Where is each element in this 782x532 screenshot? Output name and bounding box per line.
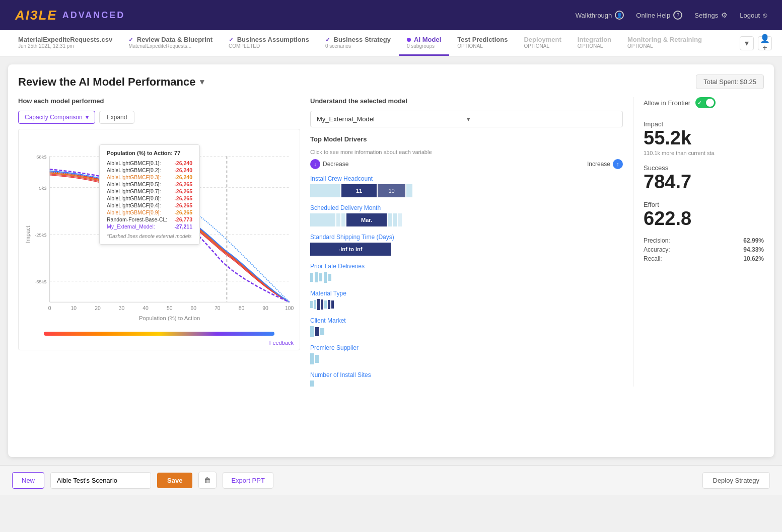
driver-name-install-crew[interactable]: Install Crew Headcount: [310, 175, 623, 182]
tab-bar: MaterialExpediteRequests.csv Jun 25th 20…: [0, 30, 782, 56]
new-button[interactable]: New: [12, 472, 44, 489]
tab-integration[interactable]: Integration OPTIONAL: [570, 30, 619, 56]
main-content: Review the AI Model Performance ▾ Total …: [8, 64, 774, 457]
metric-impact: Impact 55.2k 110.1k more than current st…: [644, 120, 764, 156]
model-selector-dropdown[interactable]: My_External_Model ▾: [310, 111, 623, 127]
svg-text:50: 50: [167, 306, 173, 311]
svg-text:30: 30: [119, 306, 125, 311]
metrics-panel: Allow in Frontier ✓ Impact 55.2k 110.1k …: [633, 97, 764, 387]
tab-file-label: MaterialExpediteRequests.csv: [18, 36, 112, 43]
chart-panel: How each model performed Capacity Compar…: [18, 97, 300, 387]
feedback-link[interactable]: Feedback: [269, 340, 294, 346]
settings-nav-item[interactable]: Settings ⚙: [694, 11, 728, 19]
tab-more-button[interactable]: ▾: [740, 36, 754, 50]
tooltip-row-9: Random-Forest-Base-CL: -26,773: [107, 216, 192, 222]
svg-text:-55k$: -55k$: [35, 279, 47, 284]
section-collapse-icon[interactable]: ▾: [200, 77, 204, 87]
metric-effort: Effort 622.8: [644, 201, 764, 230]
toggle-knob: [706, 99, 714, 107]
tooltip-row-8: AibleLightGBMCF[0.9]: -26,265: [107, 209, 192, 215]
decrease-label: ↓ Decrease: [310, 159, 348, 169]
accuracy-value: 94.33%: [743, 246, 764, 253]
driver-item-shipping-time: Standard Shipping Time (Days) -inf to in…: [310, 234, 623, 256]
tooltip-row-2: AibleLightGBMCF[0.2]: -26,240: [107, 167, 192, 173]
driver-item-install-sites: Number of Install Sites: [310, 371, 623, 387]
section-title: Review the AI Model Performance ▾: [18, 75, 204, 89]
tab-business-strategy[interactable]: ✓ Business Strategy 0 scenarios: [317, 30, 399, 56]
drivers-header: ↓ Decrease Increase ↑: [310, 159, 623, 169]
chart-tooltip: Population (%) to Action: 77 AibleLightG…: [99, 144, 200, 245]
driver-name-material-type[interactable]: Material Type: [310, 290, 623, 297]
driver-name-late-deliveries[interactable]: Prior Late Deliveries: [310, 263, 623, 270]
tab-business-assumptions[interactable]: ✓ Business Assumptions COMPLETED: [221, 30, 317, 56]
tooltip-row-4: AibleLightGBMCF[0.5]: -26,265: [107, 181, 192, 187]
effort-label: Effort: [644, 201, 764, 208]
driver-item-late-deliveries: Prior Late Deliveries: [310, 263, 623, 283]
save-button[interactable]: Save: [157, 473, 192, 488]
chart-dropdown-button[interactable]: Capacity Comparison ▾: [18, 111, 95, 124]
tab-review-data[interactable]: ✓ Review Data & Blueprint MaterialExpedi…: [120, 30, 221, 56]
tab-monitoring-label: Monitoring & Retraining: [627, 36, 702, 43]
increase-icon: ↑: [613, 159, 623, 169]
chart-expand-button[interactable]: Expand: [99, 111, 135, 124]
metric-recall: Recall: 10.62%: [644, 255, 764, 262]
driver-name-delivery-month[interactable]: Scheduled Delivery Month: [310, 204, 623, 211]
help-icon: ?: [673, 11, 682, 20]
recall-label: Recall:: [644, 255, 662, 262]
tooltip-row-7: AibleLightGBMCF[0.4]: -26,265: [107, 202, 192, 208]
success-label: Success: [644, 164, 764, 172]
tab-review-sub: MaterialExpediteRequests...: [128, 43, 212, 49]
section-header: Review the AI Model Performance ▾ Total …: [18, 74, 764, 89]
header: AI3LE ADVANCED Walkthrough 👤 Online Help…: [0, 0, 782, 30]
scenario-name-input[interactable]: [50, 472, 151, 489]
svg-text:-25k$: -25k$: [35, 233, 47, 238]
tab-test-sub: OPTIONAL: [457, 43, 508, 49]
svg-text:10: 10: [71, 306, 77, 311]
allow-frontier-toggle[interactable]: ✓: [695, 97, 716, 108]
svg-text:0: 0: [48, 306, 51, 311]
tab-strategy-label: ✓ Business Strategy: [325, 36, 391, 43]
tab-strategy-sub: 0 scenarios: [325, 43, 391, 49]
svg-text:Impact: Impact: [25, 225, 31, 243]
tooltip-row-5: AibleLightGBMCF[0.7]: -26,265: [107, 188, 192, 194]
metric-success: Success 784.7: [644, 164, 764, 193]
delete-button[interactable]: 🗑: [198, 472, 217, 489]
driver-name-shipping-time[interactable]: Standard Shipping Time (Days): [310, 234, 623, 241]
tab-test-predictions[interactable]: Test Predictions OPTIONAL: [449, 30, 516, 56]
export-ppt-button[interactable]: Export PPT: [223, 472, 273, 489]
tab-deployment[interactable]: Deployment OPTIONAL: [516, 30, 569, 56]
drivers-sub: Click to see more information about each…: [310, 149, 623, 155]
walkthrough-nav-item[interactable]: Walkthrough 👤: [576, 11, 624, 20]
content-grid: How each model performed Capacity Compar…: [18, 97, 764, 387]
tab-ai-model[interactable]: AI Model 0 subgroups: [399, 30, 449, 56]
online-help-nav-item[interactable]: Online Help ?: [636, 11, 682, 20]
tooltip-row-3: AibleLightGBMCF[0.3]: -26,240: [107, 174, 192, 180]
precision-value: 62.99%: [743, 237, 764, 244]
driver-name-install-sites[interactable]: Number of Install Sites: [310, 371, 623, 378]
tab-add-button[interactable]: 👤+: [758, 36, 772, 50]
walkthrough-label: Walkthrough: [576, 12, 612, 19]
driver-item-client-market: Client Market: [310, 317, 623, 337]
metric-accuracy: Accuracy: 94.33%: [644, 246, 764, 253]
driver-name-premiere-supplier[interactable]: Premiere Supplier: [310, 344, 623, 351]
driver-name-client-market[interactable]: Client Market: [310, 317, 623, 324]
effort-value: 622.8: [644, 208, 764, 230]
deploy-strategy-button[interactable]: Deploy Strategy: [702, 472, 770, 489]
decrease-icon: ↓: [310, 159, 320, 169]
svg-text:58k$: 58k$: [36, 155, 47, 160]
section-title-text: Review the AI Model Performance: [18, 75, 196, 89]
chart-controls: Capacity Comparison ▾ Expand: [18, 111, 300, 124]
logout-nav-item[interactable]: Logout ⎋: [740, 11, 767, 19]
tab-integration-label: Integration: [578, 36, 611, 43]
tab-monitoring[interactable]: Monitoring & Retraining OPTIONAL: [619, 30, 710, 56]
svg-text:90: 90: [262, 306, 268, 311]
model-selector-caret: ▾: [467, 115, 617, 123]
tooltip-row-10: My_External_Model: -27,211: [107, 223, 192, 230]
tab-integration-sub: OPTIONAL: [578, 43, 611, 49]
svg-text:100: 100: [285, 306, 294, 311]
tab-review-label: ✓ Review Data & Blueprint: [128, 36, 212, 43]
tab-file[interactable]: MaterialExpediteRequests.csv Jun 25th 20…: [10, 30, 120, 56]
logout-label: Logout: [740, 12, 760, 19]
success-value: 784.7: [644, 172, 764, 193]
tab-monitoring-sub: OPTIONAL: [627, 43, 702, 49]
